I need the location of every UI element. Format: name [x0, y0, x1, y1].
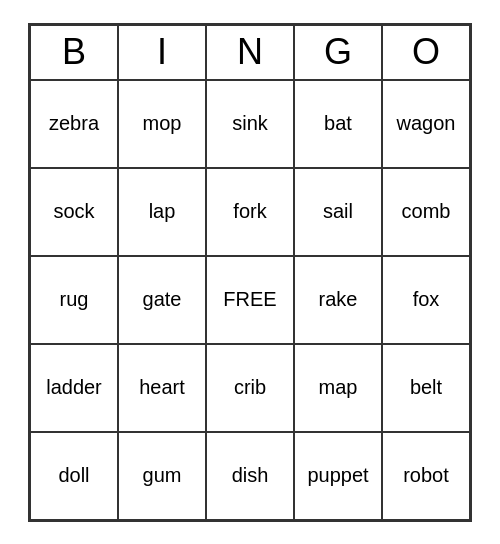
grid-cell-r1-c3: sail — [294, 168, 382, 256]
grid-cell-r4-c2: dish — [206, 432, 294, 520]
header-letter: I — [118, 25, 206, 80]
header-letter: B — [30, 25, 118, 80]
bingo-card: BINGO zebramopsinkbatwagonsocklapforksai… — [28, 23, 472, 522]
grid-cell-r2-c4: fox — [382, 256, 470, 344]
bingo-header: BINGO — [30, 25, 470, 80]
grid-cell-r1-c0: sock — [30, 168, 118, 256]
header-letter: O — [382, 25, 470, 80]
grid-cell-r4-c0: doll — [30, 432, 118, 520]
grid-cell-r4-c3: puppet — [294, 432, 382, 520]
grid-cell-r4-c4: robot — [382, 432, 470, 520]
header-letter: G — [294, 25, 382, 80]
grid-cell-r1-c2: fork — [206, 168, 294, 256]
grid-cell-r3-c0: ladder — [30, 344, 118, 432]
grid-cell-r1-c1: lap — [118, 168, 206, 256]
grid-cell-r0-c2: sink — [206, 80, 294, 168]
grid-cell-r3-c4: belt — [382, 344, 470, 432]
grid-cell-r0-c0: zebra — [30, 80, 118, 168]
grid-cell-r0-c1: mop — [118, 80, 206, 168]
grid-cell-r3-c3: map — [294, 344, 382, 432]
bingo-grid: zebramopsinkbatwagonsocklapforksailcombr… — [30, 80, 470, 520]
grid-cell-r0-c3: bat — [294, 80, 382, 168]
grid-cell-r2-c3: rake — [294, 256, 382, 344]
grid-cell-r4-c1: gum — [118, 432, 206, 520]
grid-cell-r2-c0: rug — [30, 256, 118, 344]
grid-cell-r0-c4: wagon — [382, 80, 470, 168]
grid-cell-r3-c1: heart — [118, 344, 206, 432]
grid-cell-r3-c2: crib — [206, 344, 294, 432]
grid-cell-r2-c2: FREE — [206, 256, 294, 344]
grid-cell-r2-c1: gate — [118, 256, 206, 344]
grid-cell-r1-c4: comb — [382, 168, 470, 256]
header-letter: N — [206, 25, 294, 80]
